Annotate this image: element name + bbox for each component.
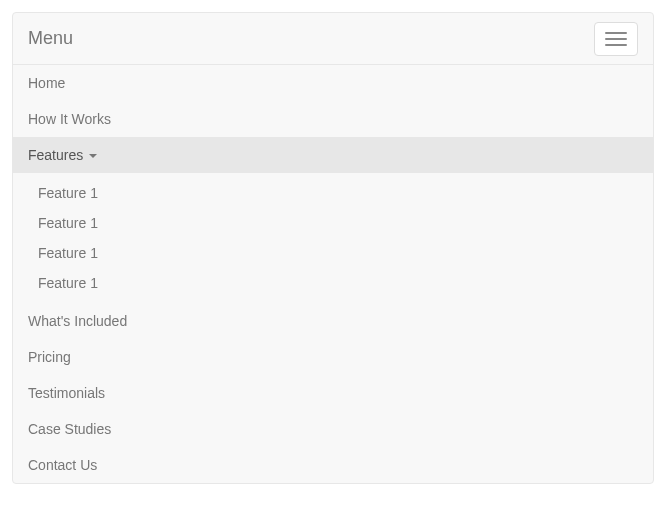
nav-link-features[interactable]: Features	[13, 137, 653, 173]
caret-down-icon	[89, 154, 97, 158]
nav-link-pricing[interactable]: Pricing	[13, 339, 653, 375]
nav-link-case-studies[interactable]: Case Studies	[13, 411, 653, 447]
nav-link-label: Case Studies	[28, 421, 111, 437]
nav-link-label: Features	[28, 147, 83, 163]
features-dropdown: Feature 1 Feature 1 Feature 1 Feature 1	[13, 173, 653, 303]
nav-item-case-studies: Case Studies	[13, 411, 653, 447]
nav-link-label: Home	[28, 75, 65, 91]
dropdown-link-feature-3[interactable]: Feature 1	[13, 238, 653, 268]
navbar-header: Menu	[13, 13, 653, 64]
nav-list: Home How It Works Features Feature 1	[13, 64, 653, 483]
nav-link-home[interactable]: Home	[13, 65, 653, 101]
hamburger-icon	[605, 32, 627, 34]
hamburger-icon	[605, 38, 627, 40]
dropdown-link-feature-4[interactable]: Feature 1	[13, 268, 653, 298]
hamburger-icon	[605, 44, 627, 46]
dropdown-link-label: Feature 1	[38, 215, 98, 231]
nav-link-testimonials[interactable]: Testimonials	[13, 375, 653, 411]
nav-item-contact-us: Contact Us	[13, 447, 653, 483]
navbar-brand: Menu	[28, 13, 73, 64]
nav-item-features: Features Feature 1 Feature 1 Feature 1	[13, 137, 653, 303]
nav-link-label: Testimonials	[28, 385, 105, 401]
dropdown-link-feature-1[interactable]: Feature 1	[13, 178, 653, 208]
nav-link-contact-us[interactable]: Contact Us	[13, 447, 653, 483]
nav-link-label: What's Included	[28, 313, 127, 329]
nav-item-whats-included: What's Included	[13, 303, 653, 339]
nav-item-home: Home	[13, 65, 653, 101]
dropdown-link-label: Feature 1	[38, 245, 98, 261]
dropdown-link-label: Feature 1	[38, 275, 98, 291]
dropdown-item: Feature 1	[13, 268, 653, 298]
dropdown-link-feature-2[interactable]: Feature 1	[13, 208, 653, 238]
nav-link-how-it-works[interactable]: How It Works	[13, 101, 653, 137]
nav-item-how-it-works: How It Works	[13, 101, 653, 137]
nav-item-pricing: Pricing	[13, 339, 653, 375]
nav-item-testimonials: Testimonials	[13, 375, 653, 411]
nav-link-label: Pricing	[28, 349, 71, 365]
nav-link-whats-included[interactable]: What's Included	[13, 303, 653, 339]
dropdown-item: Feature 1	[13, 178, 653, 208]
nav-link-label: Contact Us	[28, 457, 97, 473]
dropdown-link-label: Feature 1	[38, 185, 98, 201]
navbar: Menu Home How It Works Features	[12, 12, 654, 484]
nav-link-label: How It Works	[28, 111, 111, 127]
dropdown-item: Feature 1	[13, 238, 653, 268]
navbar-toggle-button[interactable]	[594, 22, 638, 56]
dropdown-item: Feature 1	[13, 208, 653, 238]
